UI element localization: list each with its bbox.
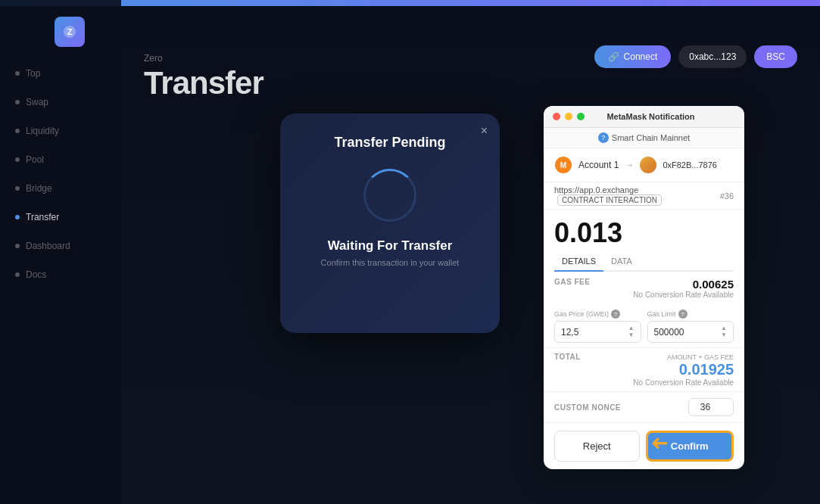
gas-limit-stepper[interactable]: ▲ ▼	[721, 325, 727, 338]
total-section: TOTAL AMOUNT + GAS FEE 0.01925 No Conver…	[544, 347, 744, 391]
sidebar-item-swap[interactable]: Swap	[0, 89, 121, 115]
gas-fee-label: GAS FEE	[554, 278, 590, 286]
sidebar-dot	[15, 100, 20, 104]
sidebar-dot	[15, 71, 20, 76]
custom-nonce-label: CUSTOM NONCE	[554, 403, 621, 412]
total-value: 0.01925	[554, 361, 734, 378]
gas-limit-label: Gas Limit ?	[647, 310, 734, 319]
sidebar-item-label: Liquidity	[26, 126, 59, 136]
transaction-amount: 0.013	[544, 210, 744, 252]
metamask-titlebar: MetaMask Notification	[544, 106, 744, 128]
sidebar-item-label: Swap	[26, 97, 48, 107]
modal-title: Transfer Pending	[334, 135, 445, 151]
transfer-pending-modal: × Transfer Pending Waiting For Transfer …	[280, 114, 507, 341]
sidebar-dot	[15, 272, 20, 277]
gas-fee-amount: 0.00625	[633, 278, 734, 291]
network-name: Smart Chain Mainnet	[612, 133, 690, 142]
gas-price-help-icon[interactable]: ?	[611, 310, 620, 319]
sidebar-dot	[15, 186, 20, 191]
gas-limit-value: 500000	[654, 327, 684, 338]
gas-fee-value: 0.00625 No Conversion Rate Available	[633, 278, 734, 299]
amount-gas-label: AMOUNT + GAS FEE	[667, 353, 734, 361]
sidebar-item-transfer[interactable]: Transfer	[0, 204, 121, 230]
total-label-row: TOTAL AMOUNT + GAS FEE	[554, 353, 734, 361]
stepper-up[interactable]: ▲	[721, 325, 727, 331]
sidebar-item-docs[interactable]: Docs	[0, 262, 121, 288]
loading-spinner	[363, 169, 416, 222]
sidebar-item-label: Top	[26, 68, 40, 79]
svg-text:Z: Z	[67, 27, 73, 36]
total-conversion: No Conversion Rate Available	[554, 378, 734, 387]
tab-details[interactable]: DETAILS	[554, 252, 603, 272]
to-address: 0xF82B...7876	[663, 160, 717, 170]
page-title-block: Zero Transfer	[144, 53, 263, 101]
sidebar-dot	[15, 157, 20, 162]
sidebar-item-label: Transfer	[26, 212, 59, 222]
sidebar-item-label: Dashboard	[26, 241, 70, 251]
stepper-down[interactable]: ▼	[721, 332, 727, 338]
sidebar-dot	[15, 129, 20, 133]
page-title: Transfer	[144, 65, 263, 101]
page-subtitle: Zero	[144, 53, 263, 64]
gas-price-label: Gas Price (GWEI) ?	[554, 310, 641, 319]
address-button[interactable]: 0xabc...123	[678, 45, 747, 68]
custom-nonce-section: CUSTOM NONCE	[544, 391, 744, 422]
custom-nonce-input[interactable]	[688, 398, 734, 416]
gas-limit-help-icon[interactable]: ?	[678, 310, 687, 319]
tab-data[interactable]: DATA	[603, 252, 640, 270]
gas-fee-section: GAS FEE 0.00625 No Conversion Rate Avail…	[544, 272, 744, 305]
modal-close-button[interactable]: ×	[481, 124, 488, 138]
url-row: https://app.0.exchange CONTRACT INTERACT…	[544, 182, 744, 210]
gas-inputs-row: Gas Price (GWEI) ? 12,5 ▲ ▼ Gas Limit ? …	[544, 305, 744, 347]
sidebar-item-dashboard[interactable]: Dashboard	[0, 233, 121, 259]
site-url: https://app.0.exchange	[554, 185, 638, 194]
account-name: Account 1	[578, 160, 619, 170]
accounts-row: M Account 1 → 0xF82B...7876	[544, 148, 744, 182]
total-label: TOTAL	[554, 353, 581, 361]
network-help-icon: ?	[598, 132, 609, 143]
gas-price-stepper[interactable]: ▲ ▼	[628, 325, 634, 338]
stepper-up[interactable]: ▲	[628, 325, 634, 331]
waiting-title: Waiting For Transfer	[328, 238, 453, 254]
mm-tabs: DETAILS DATA	[554, 252, 734, 272]
sidebar-item-label: Pool	[26, 154, 44, 165]
gas-price-field[interactable]: 12,5 ▲ ▼	[554, 321, 641, 343]
svg-text:M: M	[560, 161, 566, 170]
gas-price-group: Gas Price (GWEI) ? 12,5 ▲ ▼	[554, 310, 641, 343]
sidebar-item-bridge[interactable]: Bridge	[0, 176, 121, 201]
close-dot[interactable]	[553, 113, 560, 120]
stepper-down[interactable]: ▼	[628, 332, 634, 338]
action-buttons: Reject Confirm	[544, 422, 744, 469]
app-logo: Z	[55, 17, 85, 47]
sidebar-dot	[15, 244, 20, 248]
gas-fee-row: GAS FEE 0.00625 No Conversion Rate Avail…	[554, 278, 734, 299]
arrow-icon: →	[625, 160, 634, 170]
gas-limit-group: Gas Limit ? 500000 ▲ ▼	[647, 310, 734, 343]
sidebar-item-pool[interactable]: Pool	[0, 147, 121, 173]
network-bar: ? Smart Chain Mainnet	[544, 128, 744, 148]
reject-button[interactable]: Reject	[554, 431, 640, 462]
gas-fee-conversion: No Conversion Rate Available	[633, 291, 734, 299]
sidebar-item-top[interactable]: Top	[0, 61, 121, 86]
contract-interaction-badge: CONTRACT INTERACTION	[557, 194, 662, 206]
sidebar-dot-active	[15, 215, 20, 219]
transaction-number: #36	[720, 191, 734, 201]
metamask-panel: MetaMask Notification ? Smart Chain Main…	[544, 106, 744, 469]
header-right: 🔗 Connect 0xabc...123 BSC	[594, 45, 797, 68]
network-button[interactable]: BSC	[754, 45, 797, 68]
connect-icon: 🔗	[608, 51, 619, 62]
transfer-modal-content: × Transfer Pending Waiting For Transfer …	[280, 114, 500, 333]
sidebar-item-liquidity[interactable]: Liquidity	[0, 118, 121, 144]
spinner-container	[363, 169, 416, 222]
gas-limit-field[interactable]: 500000 ▲ ▼	[647, 321, 734, 343]
to-account-avatar	[640, 157, 656, 173]
sidebar: Z Top Swap Liquidity Pool Bridge Transfe…	[0, 0, 121, 504]
sidebar-item-label: Docs	[26, 269, 46, 280]
metamask-fox-icon: M	[554, 156, 572, 174]
connect-button[interactable]: 🔗 Connect	[594, 45, 672, 68]
metamask-window-title: MetaMask Notification	[566, 112, 735, 121]
waiting-subtitle: Confirm this transaction in your wallet	[321, 258, 460, 267]
url-container: https://app.0.exchange CONTRACT INTERACT…	[554, 185, 720, 206]
gas-price-value: 12,5	[561, 327, 578, 338]
arrow-indicator: ➜	[651, 431, 669, 456]
